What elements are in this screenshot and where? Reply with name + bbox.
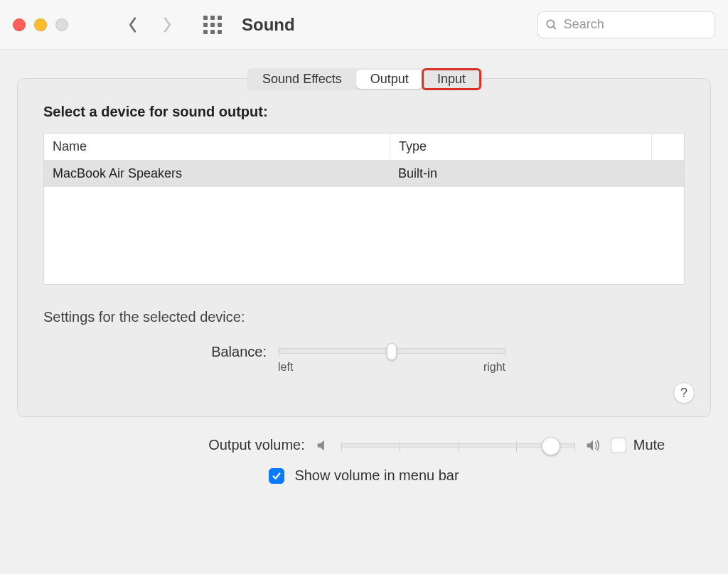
balance-right-label: right bbox=[483, 361, 505, 374]
nav-arrows bbox=[125, 17, 175, 33]
balance-slider-wrap: left right bbox=[278, 344, 505, 374]
svg-line-1 bbox=[553, 26, 556, 29]
device-name: MacBook Air Speakers bbox=[44, 161, 390, 187]
svg-point-0 bbox=[547, 20, 554, 27]
speaker-high-icon bbox=[585, 438, 601, 453]
search-input[interactable] bbox=[564, 17, 707, 32]
zoom-window-button[interactable] bbox=[55, 18, 68, 31]
output-volume-label: Output volume: bbox=[208, 437, 305, 453]
tabs: Sound Effects Output Input bbox=[247, 68, 481, 90]
minimize-window-button[interactable] bbox=[34, 18, 47, 31]
show-in-menubar-label: Show volume in menu bar bbox=[294, 467, 459, 484]
output-volume-slider[interactable] bbox=[341, 443, 575, 448]
balance-left-label: left bbox=[278, 361, 293, 374]
device-table: Name Type MacBook Air Speakers Built-in bbox=[43, 133, 685, 285]
sound-panel: Sound Effects Output Input Select a devi… bbox=[17, 78, 711, 417]
balance-row: Balance: left right bbox=[43, 344, 685, 374]
column-header-type[interactable]: Type bbox=[390, 134, 651, 160]
show-in-menubar-checkbox[interactable] bbox=[269, 468, 284, 484]
help-button[interactable]: ? bbox=[673, 382, 695, 404]
tab-output[interactable]: Output bbox=[356, 70, 423, 89]
search-field[interactable] bbox=[537, 11, 715, 38]
tab-input[interactable]: Input bbox=[423, 70, 480, 89]
speaker-low-icon bbox=[315, 438, 331, 453]
balance-label: Balance: bbox=[43, 344, 278, 360]
search-icon bbox=[545, 18, 558, 32]
balance-slider[interactable] bbox=[278, 348, 505, 354]
tab-sound-effects[interactable]: Sound Effects bbox=[248, 70, 356, 89]
mute-group: Mute bbox=[611, 437, 665, 453]
settings-heading: Settings for the selected device: bbox=[43, 309, 685, 325]
column-header-spacer bbox=[651, 134, 684, 160]
mute-checkbox[interactable] bbox=[611, 438, 626, 453]
window-title: Sound bbox=[242, 15, 295, 35]
mute-label: Mute bbox=[633, 437, 665, 453]
volume-thumb[interactable] bbox=[542, 437, 560, 455]
forward-button[interactable] bbox=[159, 17, 175, 33]
footer: Output volume: Mute Show volume in menu … bbox=[0, 437, 728, 484]
column-header-name[interactable]: Name bbox=[44, 134, 390, 160]
search-wrap bbox=[537, 11, 715, 38]
output-volume-row: Output volume: Mute bbox=[0, 437, 728, 453]
window-controls bbox=[13, 18, 68, 31]
device-type: Built-in bbox=[390, 161, 684, 187]
show-all-prefs-button[interactable] bbox=[203, 16, 222, 34]
back-button[interactable] bbox=[125, 17, 141, 33]
toolbar: Sound bbox=[0, 0, 728, 50]
close-window-button[interactable] bbox=[13, 18, 26, 31]
select-device-heading: Select a device for sound output: bbox=[43, 104, 685, 120]
table-header: Name Type bbox=[44, 134, 684, 161]
table-row[interactable]: MacBook Air Speakers Built-in bbox=[44, 161, 684, 187]
balance-thumb[interactable] bbox=[387, 343, 397, 360]
menubar-row: Show volume in menu bar bbox=[0, 467, 728, 484]
